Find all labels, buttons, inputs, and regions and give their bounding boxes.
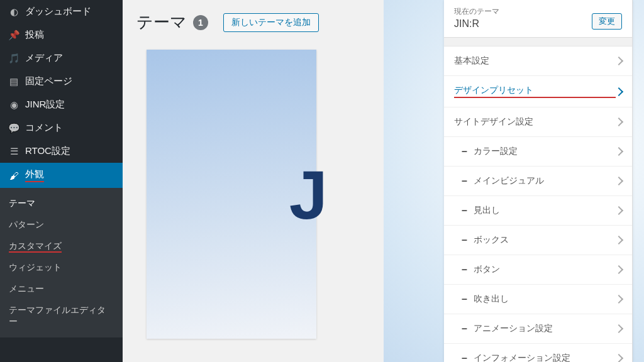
cz-row-headings[interactable]: – 見出し	[444, 196, 632, 226]
sidebar-item-label: JINR設定	[25, 99, 65, 111]
theme-tile[interactable]: J	[147, 50, 316, 339]
list-icon: ☰	[8, 146, 20, 157]
sidebar-item-posts[interactable]: 📌 投稿	[0, 23, 123, 47]
dashboard-icon: ◐	[8, 6, 20, 18]
submenu-menus[interactable]: メニュー	[0, 278, 123, 300]
chevron-right-icon	[614, 354, 623, 362]
sidebar-item-label: ダッシュボード	[25, 6, 91, 18]
cz-row-button[interactable]: – ボタン	[444, 255, 632, 285]
chevron-right-icon	[614, 265, 623, 274]
cz-row-information[interactable]: – インフォメーション設定	[444, 344, 632, 362]
dash-icon: –	[462, 353, 467, 362]
theme-letter: J	[289, 155, 328, 234]
panel-gap	[444, 38, 632, 47]
globe-icon: ◉	[8, 99, 20, 111]
sidebar-item-jinr[interactable]: ◉ JINR設定	[0, 93, 123, 116]
chevron-right-icon	[614, 324, 623, 333]
dash-icon: –	[462, 205, 467, 216]
media-icon: 🎵	[8, 53, 20, 64]
sidebar-item-dashboard[interactable]: ◐ ダッシュボード	[0, 0, 123, 23]
sidebar-item-pages[interactable]: ▤ 固定ページ	[0, 70, 123, 93]
sidebar-item-label: 固定ページ	[25, 75, 72, 87]
add-theme-button[interactable]: 新しいテーマを追加	[223, 13, 319, 32]
chevron-right-icon	[614, 147, 623, 156]
submenu-themes[interactable]: テーマ	[0, 193, 123, 214]
chevron-right-icon	[614, 118, 623, 126]
sidebar-item-label: コメント	[25, 122, 63, 134]
chevron-right-icon	[614, 57, 623, 65]
submenu-widgets[interactable]: ウィジェット	[0, 257, 123, 278]
dash-icon: –	[462, 234, 467, 246]
sidebar-item-rtoc[interactable]: ☰ RTOC設定	[0, 140, 123, 163]
sidebar-item-label: 投稿	[25, 29, 44, 41]
content-header: テーマ 1 新しいテーマを追加	[123, 0, 384, 42]
page-icon: ▤	[8, 76, 20, 87]
current-theme-label: 現在のテーマ	[454, 6, 499, 17]
customizer-panel: 現在のテーマ JIN:R 変更 基本設定 デザインプリセット サイトデザイン設定…	[444, 0, 633, 362]
cz-row-box[interactable]: – ボックス	[444, 226, 632, 255]
submenu-theme-editor[interactable]: テーマファイルエディター	[0, 300, 123, 332]
chevron-right-icon	[614, 206, 623, 215]
appearance-submenu: テーマ パターン カスタマイズ ウィジェット メニュー テーマファイルエディター	[0, 188, 123, 337]
sidebar-item-label: 外観	[25, 168, 44, 182]
cz-row-animation[interactable]: – アニメーション設定	[444, 314, 632, 344]
submenu-patterns[interactable]: パターン	[0, 214, 123, 236]
current-theme-name: JIN:R	[454, 18, 499, 30]
brush-icon: 🖌	[8, 170, 20, 181]
cz-row-basic-settings[interactable]: 基本設定	[444, 47, 632, 76]
sidebar-item-label: RTOC設定	[25, 145, 70, 157]
sidebar-item-comments[interactable]: 💬 コメント	[0, 116, 123, 140]
dash-icon: –	[462, 293, 467, 305]
cz-row-color-settings[interactable]: – カラー設定	[444, 137, 632, 167]
comment-icon: 💬	[8, 123, 20, 134]
dash-icon: –	[462, 146, 467, 157]
sidebar-item-label: メディア	[25, 52, 63, 64]
page-title: テーマ	[136, 11, 187, 33]
content-area: テーマ 1 新しいテーマを追加 J 現在のテーマ JIN:R 変更 基本設定 デ…	[123, 0, 384, 362]
customizer-header: 現在のテーマ JIN:R 変更	[444, 0, 632, 38]
cz-row-main-visual[interactable]: – メインビジュアル	[444, 167, 632, 196]
sidebar-item-appearance[interactable]: 🖌 外観	[0, 163, 123, 188]
chevron-right-icon	[614, 87, 623, 96]
cz-row-site-design[interactable]: サイトデザイン設定	[444, 107, 632, 137]
dash-icon: –	[462, 323, 467, 334]
chevron-right-icon	[614, 177, 623, 185]
change-theme-button[interactable]: 変更	[592, 13, 622, 30]
admin-sidebar: ◐ ダッシュボード 📌 投稿 🎵 メディア ▤ 固定ページ ◉ JINR設定 💬…	[0, 0, 123, 362]
chevron-right-icon	[614, 295, 623, 304]
pin-icon: 📌	[8, 30, 20, 41]
dash-icon: –	[462, 264, 467, 275]
sidebar-item-media[interactable]: 🎵 メディア	[0, 47, 123, 70]
dash-icon: –	[462, 175, 467, 187]
cz-row-design-preset[interactable]: デザインプリセット	[444, 76, 632, 107]
chevron-right-icon	[614, 236, 623, 244]
submenu-customize[interactable]: カスタマイズ	[0, 236, 123, 257]
theme-count-badge: 1	[193, 15, 208, 30]
cz-row-balloon[interactable]: – 吹き出し	[444, 285, 632, 314]
